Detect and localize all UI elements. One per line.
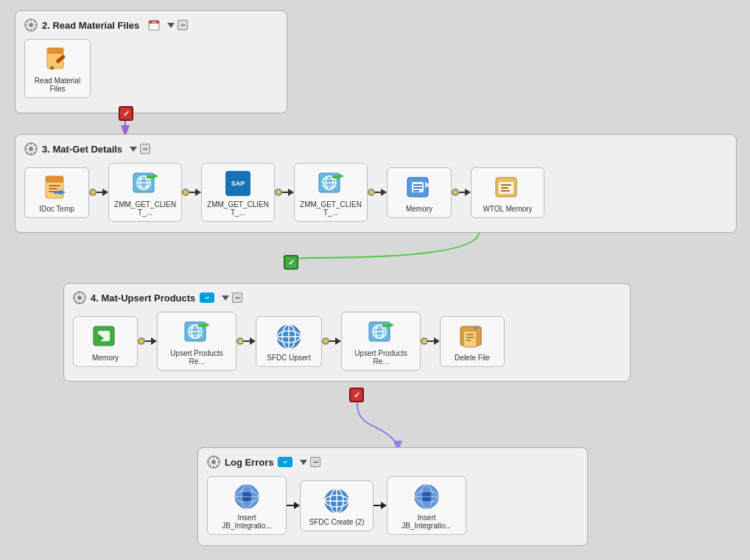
connector [374,502,387,509]
svg-text:sf: sf [206,296,209,300]
collapse-button-4[interactable]: − [310,457,320,467]
svg-rect-46 [501,187,508,189]
step-label: Insert JB_Integratio... [216,514,278,530]
connector [275,189,294,196]
salesforce-badge-2: sf [278,457,292,467]
checkpoint-1[interactable]: ✓ [119,106,133,121]
upsert-icon-1 [183,319,210,346]
step-label: Upsert Products Re... [350,349,412,365]
step-label: Memory [92,354,119,362]
svg-rect-16 [49,185,60,186]
svg-text:15: 15 [152,21,156,25]
svg-rect-41 [413,190,419,192]
panel-mat-get-controls[interactable]: − [130,144,150,154]
step-label: Memory [406,205,432,213]
dropdown-icon-3[interactable] [222,295,229,301]
panel-read-controls[interactable]: − [167,20,188,30]
step-delete-file[interactable]: Delete File [440,316,505,367]
connector [89,189,108,196]
panel-mat-upsert-header: 4. Mat-Upsert Products sf − [73,291,621,304]
workflow-canvas: ✓ ✓ ✓ 2. Read Material Files 15 [0,0,750,560]
svg-rect-36 [332,175,338,178]
step-label: WTOL Memory [483,205,532,213]
checkpoint-2[interactable]: ✓ [284,255,298,270]
steps-row-mat-upsert: Memory [73,312,621,371]
upsert-icon-2 [368,319,394,346]
step-memory-green[interactable]: Memory [73,316,138,367]
zmm-icon-3 [318,170,344,197]
svg-marker-27 [153,173,158,179]
memory-green-icon [92,323,119,350]
step-label: SFDC Upsert [267,354,310,362]
collapse-button-3[interactable]: − [232,293,242,303]
sfdc-create-icon [323,488,350,514]
step-zmm3[interactable]: ZMM_GET_CLIENT_... [294,163,368,222]
step-zmm1[interactable]: ZMM_GET_CLIENT_... [108,163,182,222]
salesforce-badge: sf [200,293,214,303]
connector [287,502,300,509]
dropdown-icon[interactable] [167,23,175,28]
step-upsert-re1[interactable]: Upsert Products Re... [157,312,236,371]
dropdown-icon-4[interactable] [300,460,307,465]
step-zmm2-sap[interactable]: SAP ZMM_GET_CLIENT_... [201,163,275,222]
step-label: ZMM_GET_CLIENT_... [207,200,269,217]
steps-row-mat-get: IDoc Temp [24,163,727,222]
panel-log-errors-controls[interactable]: − [300,457,320,467]
svg-marker-74 [388,322,394,328]
connector [138,337,157,345]
wtol-icon [494,175,521,201]
step-wtol-memory[interactable]: WTOL Memory [471,167,544,218]
step-sfdc-create[interactable]: SFDC Create (2) [300,480,374,531]
svg-point-49 [77,295,82,300]
step-sfdc-upsert[interactable]: SFDC Upsert [256,316,322,367]
svg-rect-45 [501,184,511,186]
step-label: Insert JB_Integratio... [396,514,458,530]
connector [182,189,201,196]
step-label: Delete File [455,354,490,362]
calendar-icon: 15 [148,19,160,31]
svg-rect-40 [413,187,422,189]
panel-mat-get-details: 3. Mat-Get Details − [15,134,737,233]
svg-rect-75 [382,324,388,327]
svg-rect-28 [147,175,153,178]
gear-icon-3 [73,291,86,304]
step-insert-jb1[interactable]: Insert JB_Integratio... [207,476,287,535]
panel-log-errors: Log Errors sf − [197,447,588,546]
gear-icon-2 [24,142,38,155]
checkpoint-3[interactable]: ✓ [349,388,364,402]
panel-mat-get-title: 3. Mat-Get Details [42,144,122,155]
connector [236,337,256,345]
svg-point-84 [211,460,216,464]
step-upsert-re2[interactable]: Upsert Products Re... [341,312,421,371]
panel-read-material-header: 2. Read Material Files 15 − [24,18,278,32]
zmm-icon-1 [132,170,158,197]
svg-rect-17 [49,188,57,189]
step-insert-jb2[interactable]: Insert JB_Integratio... [387,476,466,535]
panel-log-errors-header: Log Errors sf − [207,455,578,469]
svg-rect-20 [54,191,60,194]
panel-mat-upsert-title: 4. Mat-Upsert Products [91,293,195,304]
steps-row-read: Read Material Files [24,39,278,98]
insert-icon-2 [413,483,440,510]
svg-rect-15 [46,176,63,183]
step-idoc-temp[interactable]: IDoc Temp [24,167,89,218]
gear-icon [24,18,38,32]
panel-mat-upsert-products: 4. Mat-Upsert Products sf − [63,283,631,382]
gear-icon-4 [207,455,220,469]
svg-rect-62 [198,324,204,327]
collapse-button-2[interactable]: − [140,144,150,154]
panel-mat-upsert-controls[interactable]: − [222,293,242,303]
idoc-icon [43,175,70,201]
svg-marker-35 [338,173,344,179]
step-memory[interactable]: Memory [387,167,452,218]
step-read-material-files[interactable]: Read Material Files [24,39,91,98]
collapse-button[interactable]: − [178,20,188,30]
svg-rect-77 [463,331,477,347]
file-icon [44,46,71,73]
step-label: ZMM_GET_CLIENT_... [114,200,176,217]
connector [452,189,471,196]
svg-rect-9 [47,48,63,54]
svg-rect-39 [413,184,422,186]
step-label: IDoc Temp [39,205,74,213]
dropdown-icon-2[interactable] [130,147,137,152]
